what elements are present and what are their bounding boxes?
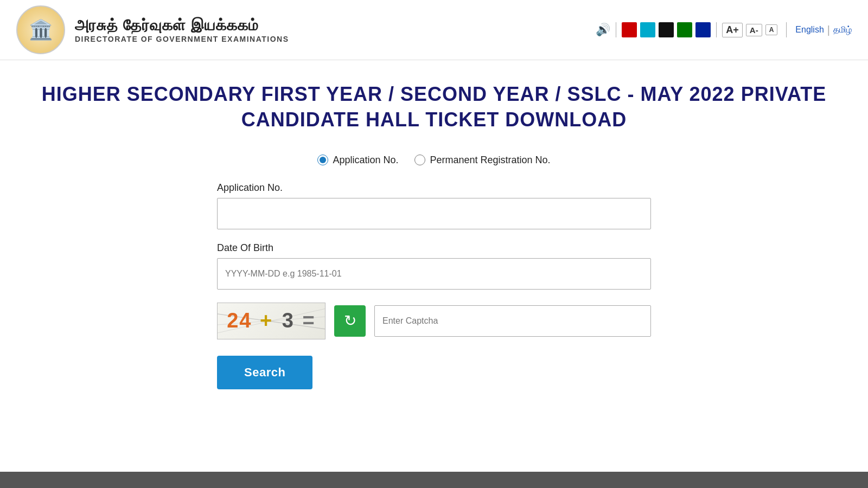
font-increase-btn[interactable]: A+ <box>722 23 743 37</box>
captcha-image: 24 + 3 = <box>217 303 326 339</box>
header-title: அரசுத் தேர்வுகள் இயக்ககம் DIRECTORATE OF… <box>75 17 289 43</box>
page-title: HIGHER SECONDARY FIRST YEAR / SECOND YEA… <box>33 82 835 133</box>
color-btn-cyan[interactable] <box>640 22 655 37</box>
language-tamil-btn[interactable]: தமிழ் <box>833 25 852 35</box>
color-btn-dark-blue[interactable] <box>695 22 711 37</box>
logo-icon: 🏛️ <box>29 20 53 40</box>
header-left: 🏛️ அரசுத் தேர்வுகள் இயக்ககம் DIRECTORATE… <box>16 5 289 54</box>
search-btn-container: Search <box>217 356 651 389</box>
logo: 🏛️ <box>16 5 65 54</box>
captcha-refresh-btn[interactable]: ↻ <box>334 305 366 337</box>
form-container: Application No. Permanent Registration N… <box>217 155 651 389</box>
lang-separator <box>786 22 787 37</box>
dob-group: Date Of Birth <box>217 242 651 290</box>
captcha-input[interactable] <box>374 305 651 337</box>
radio-registration-no-input[interactable] <box>414 155 425 165</box>
font-reset-btn[interactable]: A <box>765 24 778 35</box>
language-english-btn[interactable]: English <box>795 25 824 35</box>
title-english: DIRECTORATE OF GOVERNMENT EXAMINATIONS <box>75 35 289 43</box>
captcha-op: + <box>260 309 273 332</box>
captcha-row: 24 + 3 = ↻ <box>217 303 651 339</box>
search-button[interactable]: Search <box>217 356 312 389</box>
radio-application-no[interactable]: Application No. <box>317 155 398 166</box>
application-no-group: Application No. <box>217 182 651 229</box>
font-decrease-btn[interactable]: A- <box>746 24 762 36</box>
dob-input[interactable] <box>217 258 651 290</box>
bottom-bar <box>0 472 868 488</box>
color-btn-black[interactable] <box>659 22 674 37</box>
main-content: HIGHER SECONDARY FIRST YEAR / SECOND YEA… <box>0 60 868 422</box>
separator-1 <box>616 22 616 37</box>
application-no-input[interactable] <box>217 198 651 229</box>
captcha-text: 24 + 3 = <box>227 309 316 332</box>
speaker-icon[interactable]: 🔊 <box>596 23 610 37</box>
color-btn-red[interactable] <box>622 22 637 37</box>
lang-pipe: | <box>827 24 830 36</box>
radio-registration-no[interactable]: Permanent Registration No. <box>414 155 550 166</box>
header-right: 🔊 A+ A- A English | தமிழ் <box>596 22 852 37</box>
title-tamil: அரசுத் தேர்வுகள் இயக்ககம் <box>75 17 289 35</box>
radio-application-no-input[interactable] <box>317 155 328 165</box>
separator-2 <box>716 22 717 37</box>
application-no-label: Application No. <box>217 182 651 194</box>
captcha-num2: 3 <box>282 309 295 332</box>
accessibility-controls: 🔊 A+ A- A English | தமிழ் <box>596 22 852 37</box>
header: 🏛️ அரசுத் தேர்வுகள் இயக்ககம் DIRECTORATE… <box>0 0 868 60</box>
refresh-icon: ↻ <box>344 313 356 329</box>
search-type-radio-group: Application No. Permanent Registration N… <box>217 155 651 166</box>
color-btn-green[interactable] <box>677 22 692 37</box>
captcha-eq: = <box>303 309 316 332</box>
dob-label: Date Of Birth <box>217 242 651 254</box>
captcha-num1: 24 <box>227 309 252 332</box>
